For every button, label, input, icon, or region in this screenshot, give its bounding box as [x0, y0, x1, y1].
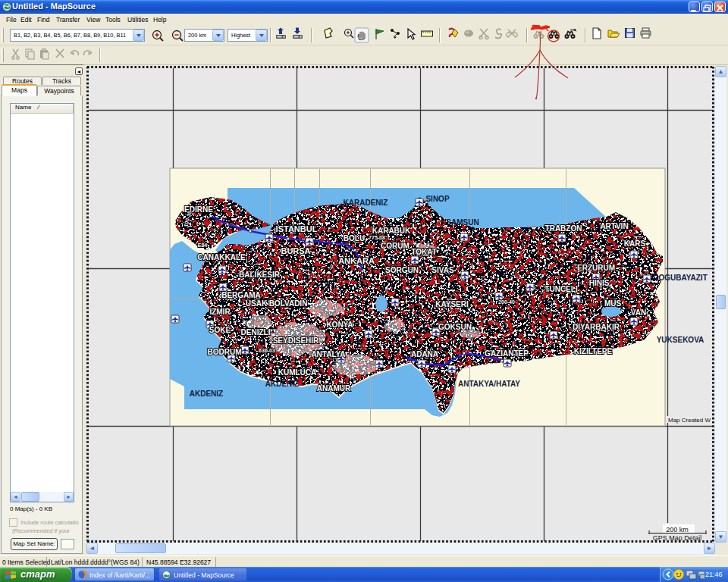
svg-text:SINOP: SINOP: [425, 195, 449, 203]
svg-text:SOKE: SOKE: [209, 326, 231, 334]
svg-text:HINIS: HINIS: [589, 279, 610, 287]
svg-text:ERZURUM: ERZURUM: [577, 264, 615, 272]
svg-text:200 km: 200 km: [666, 526, 689, 534]
svg-text:IZMIR: IZMIR: [209, 308, 231, 316]
svg-text:Map Created W: Map Created W: [668, 417, 711, 424]
svg-text:636-03: 636-03: [259, 348, 275, 353]
svg-text:BERGAMA: BERGAMA: [221, 291, 261, 299]
svg-text:DENIZLI: DENIZLI: [241, 328, 271, 336]
svg-text:TUNCELI: TUNCELI: [544, 285, 578, 293]
svg-text:YUKSEKOVA: YUKSEKOVA: [657, 336, 704, 344]
svg-text:SORGUN: SORGUN: [385, 266, 419, 274]
svg-text:BODRUM: BODRUM: [208, 348, 242, 356]
svg-text:VAN: VAN: [631, 308, 646, 317]
svg-text:ARTVIN: ARTVIN: [600, 222, 628, 230]
svg-text:USAK: USAK: [246, 299, 268, 308]
svg-text:KUMLUCA: KUMLUCA: [278, 368, 317, 377]
svg-text:ANAMUR: ANAMUR: [317, 384, 351, 393]
svg-text:KARADENIZ: KARADENIZ: [344, 199, 388, 207]
svg-text:AKDENIZ: AKDENIZ: [265, 380, 299, 388]
svg-text:KIZILTEPE: KIZILTEPE: [574, 347, 613, 355]
svg-text:CANAKKALE: CANAKKALE: [197, 253, 246, 261]
svg-text:ANTAKYA/HATAY: ANTAKYA/HATAY: [458, 380, 520, 388]
svg-text:CORUM: CORUM: [381, 242, 410, 250]
svg-text:AKDENIZ: AKDENIZ: [190, 390, 223, 398]
svg-text:ANKARA: ANKARA: [338, 256, 375, 265]
svg-text:TOKAT: TOKAT: [411, 248, 437, 256]
svg-text:E84: E84: [198, 242, 208, 248]
svg-text:GOKSUN: GOKSUN: [438, 323, 472, 331]
svg-text:SEYDISEHIR: SEYDISEHIR: [273, 336, 319, 345]
svg-text:775-08: 775-08: [369, 235, 385, 240]
svg-text:BURSA: BURSA: [281, 246, 310, 255]
svg-text:TRABZON: TRABZON: [545, 224, 582, 233]
svg-text:SIVAS: SIVAS: [431, 266, 454, 274]
svg-text:BOLU: BOLU: [344, 234, 365, 242]
svg-text:GAZIANTEP: GAZIANTEP: [485, 349, 529, 358]
svg-text:KARABUK: KARABUK: [372, 227, 411, 235]
svg-text:MUS: MUS: [604, 299, 622, 308]
svg-text:DOGUBAYAZIT: DOGUBAYAZIT: [653, 274, 708, 282]
svg-text:BALIKESIR: BALIKESIR: [239, 271, 281, 279]
svg-text:ISTANBUL: ISTANBUL: [276, 224, 318, 233]
svg-text:200-40: 200-40: [498, 299, 515, 305]
svg-text:KAYSERI: KAYSERI: [435, 300, 469, 308]
svg-text:DIYARBAKIR: DIYARBAKIR: [573, 323, 620, 331]
svg-text:KARS: KARS: [624, 239, 646, 248]
svg-text:BOLVADIN: BOLVADIN: [269, 299, 308, 308]
svg-text:SAMSUN: SAMSUN: [446, 218, 479, 227]
svg-text:ANTALYA: ANTALYA: [311, 350, 345, 358]
svg-text:KONYA: KONYA: [326, 321, 353, 329]
svg-text:ADANA: ADANA: [411, 350, 438, 358]
